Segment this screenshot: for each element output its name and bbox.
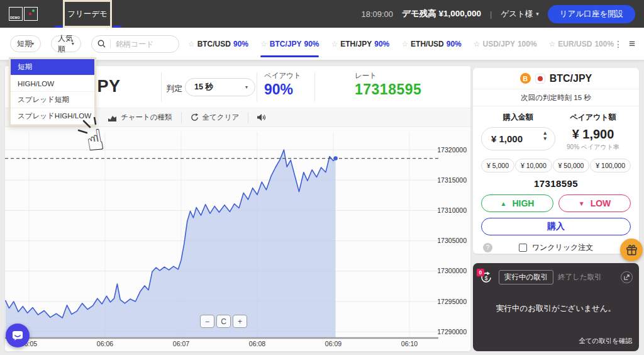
help-icon[interactable]: ? — [483, 243, 492, 252]
tab-payout: 90% — [374, 40, 389, 48]
sort-select[interactable]: 人気順 ▾ — [51, 35, 81, 52]
tab-label: BTC/JPY — [270, 40, 302, 48]
svg-text:06:06: 06:06 — [97, 340, 113, 347]
amount-label: 購入金額 — [481, 112, 555, 123]
open-real-account-button[interactable]: リアル口座を開設 — [548, 5, 635, 23]
star-icon[interactable]: ☆ — [474, 40, 480, 48]
symbol-tabs: ☆ BTC/USD 90% ☆ BTC/JPY 90% ☆ ETH/JPY 90… — [188, 28, 614, 60]
quick-amount-5000[interactable]: ¥ 5,000 — [481, 159, 514, 172]
high-button[interactable]: ▲ HIGH — [481, 194, 553, 212]
clear-all-button[interactable]: 全てクリア — [182, 108, 248, 127]
current-rate: 17318595 — [481, 178, 631, 189]
logo-green-dot-icon — [32, 9, 35, 12]
tab-payout: 90% — [233, 40, 248, 48]
symbol-bar: 短期 ▾ 人気順 ▾ ☆ BTC/USD 90% ☆ BTC/JPY 90% ☆… — [0, 28, 644, 60]
tab-label: ETH/USD — [411, 40, 444, 48]
tab-ethusd[interactable]: ☆ ETH/USD 90% — [401, 28, 461, 60]
svg-text:17295000: 17295000 — [437, 298, 467, 305]
svg-text:06:07: 06:07 — [173, 340, 189, 347]
speaker-icon — [257, 113, 267, 121]
no-trades-message: 実行中のお取引がございません。 — [473, 303, 639, 314]
tab-eurusd[interactable]: ☆ EUR/USD 100% — [549, 28, 614, 60]
sound-toggle[interactable] — [248, 108, 275, 127]
chevron-down-icon: ▾ — [245, 84, 248, 90]
svg-text:17320000: 17320000 — [437, 146, 467, 154]
category-select[interactable]: 短期 ▾ — [10, 35, 41, 52]
low-button[interactable]: ▼ LOW — [558, 194, 631, 212]
dropdown-item-tanki[interactable]: 短期 — [11, 59, 94, 76]
star-icon[interactable]: ☆ — [549, 40, 556, 48]
view-all-trades-link[interactable]: 全ての取引を確認 — [579, 337, 632, 346]
tab-payout: 100% — [594, 40, 614, 48]
high-label: HIGH — [512, 198, 534, 208]
chat-icon — [12, 330, 23, 341]
logo-red-dot-icon — [29, 13, 31, 15]
price-chart[interactable]: 1732000017315000173100001730500017300000… — [5, 127, 470, 351]
one-click-label: ワンクリック注文 — [532, 242, 594, 253]
zoom-in-button[interactable]: + — [233, 315, 247, 328]
trades-panel: 0 $ 実行中の取引 終了した取引 実行中のお取引がございません。 全ての取引を… — [473, 263, 639, 351]
quick-amount-10000[interactable]: ¥ 10,000 — [515, 159, 552, 172]
chart-zoom-controls: − C + — [200, 315, 247, 328]
tab-ethjpy[interactable]: ☆ ETH/JPY 90% — [331, 28, 389, 60]
zoom-reset-button[interactable]: C — [216, 315, 231, 328]
duration-select[interactable]: 15 秒 ▾ — [185, 78, 255, 96]
payout-amount-label: ペイアウト額 — [555, 112, 631, 123]
star-icon[interactable]: ☆ — [188, 40, 195, 48]
symbol-search[interactable] — [91, 35, 179, 53]
quick-amount-50000[interactable]: ¥ 50,000 — [553, 159, 590, 172]
svg-text:$: $ — [484, 274, 487, 281]
zoom-out-button[interactable]: − — [200, 315, 214, 328]
tab-btcjpy[interactable]: ☆ BTC/JPY 90% — [260, 28, 319, 60]
menu-icon[interactable]: ≡ — [629, 38, 635, 50]
amount-input[interactable] — [491, 133, 540, 144]
payout-value: 90% — [264, 81, 309, 98]
dropdown-item-spread-tanki[interactable]: スプレッド短期 — [11, 92, 94, 108]
amount-field[interactable]: ▲ ▼ — [481, 127, 555, 150]
chat-launcher-button[interactable] — [6, 324, 30, 347]
chevron-down-icon: ▾ — [31, 41, 34, 47]
quick-amount-100000[interactable]: ¥ 100,000 — [590, 159, 631, 172]
logo-dots-box — [24, 7, 38, 21]
user-menu[interactable]: ゲスト様 ▾ — [501, 9, 538, 20]
svg-text:06:10: 06:10 — [401, 340, 418, 347]
divider — [314, 72, 315, 101]
chart-type-button[interactable]: チャートの種類 — [99, 108, 181, 127]
tab-free-demo[interactable]: フリーデモ — [63, 0, 112, 28]
tab-btcusd[interactable]: ☆ BTC/USD 90% — [188, 28, 248, 60]
payout-rate-note: 90% ペイアウト率 — [555, 143, 631, 152]
star-icon[interactable]: ☆ — [331, 40, 338, 48]
payout-amount-value: ¥ 1,900 — [555, 127, 631, 142]
gift-button[interactable] — [620, 239, 643, 261]
one-click-checkbox[interactable] — [519, 244, 527, 252]
user-menu-label: ゲスト様 — [501, 9, 533, 20]
more-options-icon[interactable]: ⋮ — [614, 39, 623, 49]
header-accent-dash-left — [55, 26, 63, 28]
japan-flag-icon — [535, 74, 545, 84]
divider — [161, 72, 162, 101]
svg-text:17290000: 17290000 — [437, 328, 467, 335]
dropdown-item-spread-highlow[interactable]: スプレッドHIGH/LOW — [11, 108, 94, 125]
stepper-down-icon[interactable]: ▼ — [543, 136, 548, 142]
buy-button[interactable]: 購入 — [481, 218, 631, 235]
header-accent-dash-right — [113, 26, 121, 28]
svg-text:06:08: 06:08 — [249, 340, 265, 347]
svg-text:17310000: 17310000 — [437, 206, 467, 214]
chevron-down-icon: ▾ — [536, 11, 539, 17]
search-input[interactable] — [110, 40, 173, 48]
tab-active-trades[interactable]: 実行中の取引 — [499, 270, 553, 285]
app-logo: DEMO — [9, 7, 38, 21]
rate-value: 17318595 — [355, 81, 421, 98]
tab-usdjpy[interactable]: ☆ USD/JPY 100% — [474, 28, 537, 60]
header-divider: | — [490, 9, 492, 19]
external-link-button[interactable] — [621, 271, 633, 283]
star-icon[interactable]: ☆ — [401, 40, 408, 48]
category-select-value: 短期 — [17, 38, 32, 49]
area-chart-icon — [108, 114, 117, 121]
svg-text:17305000: 17305000 — [437, 237, 467, 244]
tab-closed-trades[interactable]: 終了した取引 — [558, 273, 602, 282]
quick-amounts: ¥ 5,000 ¥ 10,000 ¥ 50,000 ¥ 100,000 — [481, 159, 631, 172]
top-header: DEMO フリーデモ 18:09:00 デモ残高 ¥1,000,000 | ゲス… — [0, 0, 644, 28]
star-icon[interactable]: ☆ — [260, 40, 267, 48]
dropdown-item-highlow[interactable]: HIGH/LOW — [11, 76, 94, 92]
